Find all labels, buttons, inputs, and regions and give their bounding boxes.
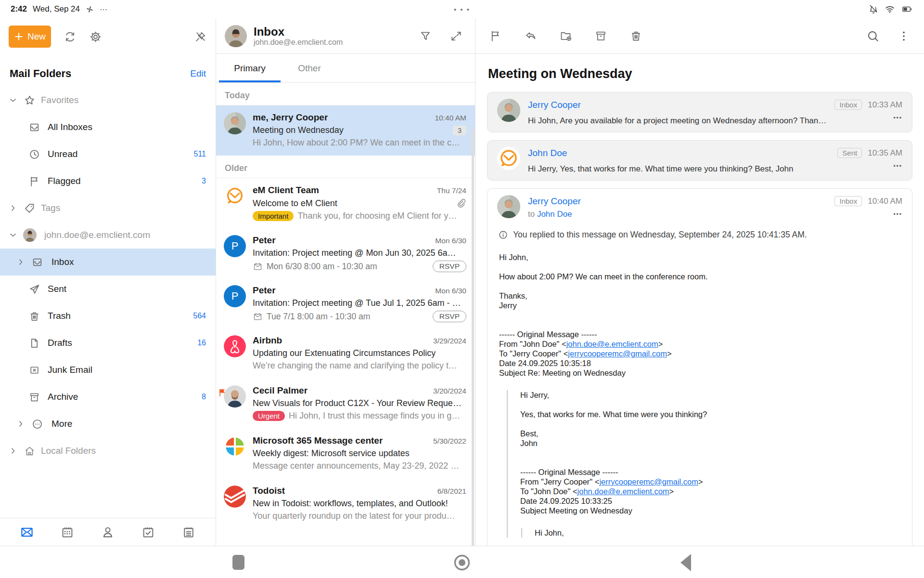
more-circle-icon [31, 418, 43, 430]
email-address-link[interactable]: john.doe@e.emclient.com [566, 340, 658, 348]
message-card-collapsed-1[interactable]: Jerry Cooper Hi John, Are you available … [487, 92, 912, 132]
document-icon [28, 337, 40, 349]
recipient-name-link[interactable]: John Doe [537, 210, 572, 219]
email-time: 3/29/2024 [428, 337, 466, 345]
sidebar-group-account[interactable]: john.doe@e.emclient.com [0, 222, 216, 249]
tasks-module-icon[interactable] [141, 525, 155, 539]
original-date: Date 24.09.2025 10:33:25 [520, 496, 901, 506]
sync-icon[interactable] [64, 30, 77, 43]
email-row-invitation-jul1[interactable]: P PeterMon 6/30 Invitation: Project meet… [216, 278, 475, 328]
reply-icon[interactable] [524, 29, 537, 42]
delete-icon[interactable] [629, 29, 642, 42]
message-card-collapsed-2[interactable]: John Doe Hi Jerry, Yes, that works for m… [487, 140, 912, 181]
email-address-link[interactable]: john.doe@e.emclient.com [578, 487, 669, 496]
email-sender: me, Jerry Cooper [253, 112, 328, 123]
message-menu-icon[interactable]: ••• [893, 211, 902, 218]
settings-gear-icon[interactable] [89, 30, 102, 43]
filter-funnel-icon[interactable] [419, 30, 432, 42]
sidebar-item-archive[interactable]: Archive 8 [0, 383, 216, 410]
android-navigation-bar [0, 546, 924, 578]
email-row-microsoft[interactable]: Microsoft 365 Message center5/30/2022 We… [216, 429, 475, 479]
plus-icon [14, 32, 24, 41]
email-address-link[interactable]: jerrycooperemc@gmail.com [568, 349, 667, 358]
original-subject: Subject Meeting on Wednesday [520, 506, 901, 515]
sidebar-item-sent[interactable]: Sent [0, 276, 216, 302]
sidebar-item-unread[interactable]: Unread 511 [0, 141, 216, 168]
wifi-icon [885, 4, 895, 14]
sidebar-group-tags[interactable]: Tags [0, 195, 216, 222]
message-snippet: Hi John, Are you available for a project… [528, 116, 827, 126]
search-icon[interactable] [866, 29, 880, 43]
new-button[interactable]: New [9, 26, 51, 48]
email-row-welcome[interactable]: eM Client TeamThu 7/24 Welcome to eM Cli… [216, 178, 475, 228]
calendar-module-icon[interactable] [60, 525, 75, 539]
inbox-tabs: Primary Other [216, 54, 475, 83]
flagged-count: 3 [202, 177, 216, 185]
sidebar-item-trash[interactable]: Trash 564 [0, 302, 216, 329]
email-address-link[interactable]: jerrycooperemc@gmail.com [599, 477, 698, 486]
sender-name-link[interactable]: John Doe [528, 148, 830, 158]
sidebar-item-drafts[interactable]: Drafts 16 [0, 329, 216, 356]
message-time: 10:33 AM [868, 100, 902, 110]
home-button[interactable] [453, 553, 471, 572]
unpin-sidebar-icon[interactable] [194, 30, 207, 43]
group-label: Favorites [41, 95, 78, 105]
back-button[interactable] [680, 554, 691, 571]
sidebar-item-more[interactable]: More [0, 410, 216, 437]
flag-message-icon[interactable] [489, 29, 502, 42]
more-options-kebab-icon[interactable] [897, 29, 911, 43]
email-preview: Thank you, for choosing eM Client for y… [297, 211, 457, 221]
item-label: Junk Email [48, 365, 92, 375]
email-row-invitation-jun30[interactable]: P PeterMon 6/30 Invitation: Project meet… [216, 228, 475, 278]
mail-module-icon[interactable] [20, 525, 34, 539]
expanded-message-header[interactable]: Jerry Cooper to John Doe Inbox 10:40 AM … [497, 195, 902, 219]
sender-name-link[interactable]: Jerry Cooper [528, 100, 827, 110]
item-label: Drafts [48, 338, 72, 348]
sidebar-item-inbox[interactable]: Inbox [0, 249, 216, 276]
email-row-airbnb[interactable]: Airbnb3/29/2024 Updating our Extenuating… [216, 328, 475, 379]
item-label: Sent [48, 284, 66, 294]
camera-cutout-dots: • • • [0, 5, 924, 13]
message-menu-icon[interactable]: ••• [893, 115, 902, 121]
recents-button[interactable] [232, 555, 244, 570]
email-preview: Hi John, I trust this message finds you … [289, 411, 460, 421]
sender-name-link[interactable]: Jerry Cooper [528, 196, 827, 207]
email-row-cecil-palmer[interactable]: Cecil Palmer3/20/2024 New Visuals for Pr… [216, 379, 475, 429]
quote-line: Hi John, [535, 528, 901, 538]
tab-primary[interactable]: Primary [219, 54, 281, 82]
sidebar-item-all-inboxes[interactable]: All Inboxes [0, 114, 216, 141]
info-icon [498, 230, 508, 240]
archive-icon[interactable] [594, 29, 607, 42]
notes-module-icon[interactable] [181, 525, 196, 539]
contacts-module-icon[interactable] [101, 525, 115, 539]
sidebar-group-local-folders[interactable]: Local Folders [0, 437, 216, 464]
edit-folders-link[interactable]: Edit [190, 68, 206, 79]
email-sender: Cecil Palmer [253, 385, 308, 396]
status-more-notifications-icon: ⋯ [100, 5, 107, 14]
microsoft-logo-avatar [224, 435, 246, 458]
email-row-meeting-on-wednesday[interactable]: me, Jerry Cooper10:40 AM Meeting on Wedn… [216, 105, 475, 156]
nested-quoted-message: Hi John, [521, 528, 901, 538]
rsvp-button[interactable]: RSVP [433, 261, 466, 272]
trash-count: 564 [193, 312, 216, 320]
tab-other[interactable]: Other [281, 54, 338, 82]
message-menu-icon[interactable]: ••• [893, 163, 902, 170]
move-to-folder-icon[interactable] [559, 29, 572, 42]
section-older: Older [216, 156, 475, 178]
folder-badge: Inbox [834, 100, 862, 110]
sidebar-item-flagged[interactable]: Flagged 3 [0, 168, 216, 195]
email-row-todoist[interactable]: Todoist6/8/2021 New in Todoist: workflow… [216, 479, 475, 529]
sidebar-group-favorites[interactable]: Favorites [0, 87, 216, 114]
calendar-invite-icon [253, 262, 263, 272]
rsvp-button[interactable]: RSVP [433, 311, 466, 322]
message-time: 10:35 AM [868, 148, 902, 158]
avatar-initial: P [224, 235, 246, 257]
emclient-app-window: 2:42 Wed, Sep 24 ⋯ • • • New [0, 0, 924, 578]
body-line: How about 2:00 PM? We can meet in the co… [499, 272, 901, 281]
expand-panel-icon[interactable] [450, 30, 462, 42]
list-scrollbar[interactable] [472, 128, 474, 557]
sidebar-item-junk[interactable]: Junk Email [0, 356, 216, 383]
folder-badge: Inbox [834, 196, 862, 206]
quote-line: Hi Jerry, [520, 390, 901, 400]
trash-icon [28, 310, 40, 322]
